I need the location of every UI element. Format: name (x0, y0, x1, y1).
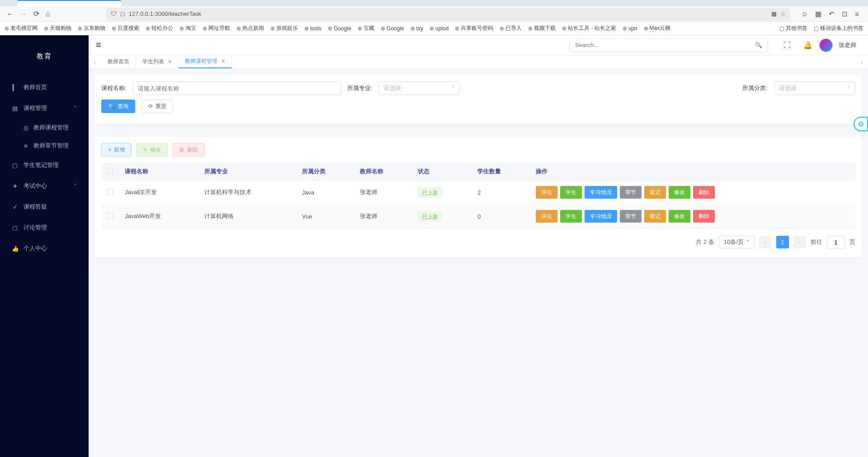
bookmark-item[interactable]: ⊕热点新闻 (236, 24, 264, 32)
bookmark-item[interactable]: ⊕天猫购物 (44, 24, 71, 32)
data-table: 课程名称所属专业所属分类教师名称状态学生数量操作 JavaEE开发计算机科学与技… (101, 163, 855, 228)
bookmark-item[interactable]: ⊕共享账号密码 (455, 24, 493, 32)
bookmark-item[interactable]: ▢其他书签 (779, 24, 807, 32)
globe-icon: ⊕ (455, 25, 459, 32)
checkbox-row[interactable] (107, 213, 113, 219)
goto-page-input[interactable] (827, 236, 845, 248)
browser-active-tab[interactable] (17, 0, 121, 6)
bookmark-item[interactable]: ⊕网址导航 (203, 24, 230, 32)
search-icon[interactable]: 🔍 (755, 42, 762, 48)
action-button-学生[interactable]: 学生 (560, 210, 582, 223)
action-button-章节[interactable]: 章节 (620, 186, 642, 199)
pagination: 共 2 条 10条/页˅ ‹ 1 › 前往 页 (101, 236, 855, 248)
bookmark-item[interactable]: ⊕京东购物 (78, 24, 105, 32)
bookmark-item[interactable]: ⊕Google (328, 25, 351, 32)
edit-button[interactable]: ✎修改 (136, 143, 168, 157)
menu-icon: ▢ (12, 162, 18, 169)
bookmark-item[interactable]: ⊕站长工具 - 站长之家 (562, 24, 616, 32)
action-button-学生[interactable]: 学生 (560, 186, 582, 199)
bookmark-item[interactable]: ⊕Google (381, 25, 404, 32)
tab-scroll-right[interactable]: › (855, 55, 868, 68)
extension-icon[interactable]: ▦ (815, 10, 821, 18)
bell-icon[interactable]: 🔔 (803, 41, 812, 49)
hamburger-icon[interactable]: ≡ (96, 40, 101, 50)
profile-icon[interactable]: ☺ (801, 10, 808, 18)
action-button-笔记[interactable]: 笔记 (644, 210, 666, 223)
bookmark-item[interactable]: ⊕游戏娱乐 (270, 24, 298, 32)
page-size-select[interactable]: 10条/页˅ (719, 236, 755, 248)
action-button-章节[interactable]: 章节 (620, 210, 642, 223)
action-button-修改[interactable]: 修改 (669, 186, 690, 199)
query-button[interactable]: 🔍查询 (101, 100, 135, 113)
prev-page-button[interactable]: ‹ (759, 236, 772, 248)
page-1-button[interactable]: 1 (776, 236, 789, 248)
bookmark-item[interactable]: ⊕宝藏 (358, 24, 374, 32)
filter-name-input[interactable] (133, 81, 341, 95)
close-icon[interactable]: ✕ (168, 59, 172, 65)
sidebar-item[interactable]: ✈考试中心˅ (0, 176, 89, 196)
filter-panel: 课程名称: 所属专业: 请选择˅ 所属分类: 请选择˅ 🔍查询 ⟳重置 (95, 75, 862, 124)
settings-float-button[interactable]: ⚙ (854, 117, 868, 131)
checkbox-row[interactable] (107, 189, 113, 195)
search-box[interactable]: 🔍 (569, 38, 768, 52)
bookmark-item[interactable]: ⊕Max云梯 (644, 24, 671, 32)
home-icon[interactable]: ⌂ (46, 10, 50, 18)
address-bar[interactable]: 🛡 ◻ 127.0.0.1:3000/teacherTask ▦ ☆ (106, 8, 790, 20)
bookmark-item[interactable]: ⊕已导入 (500, 24, 522, 32)
menu-icon[interactable]: ≡ (855, 10, 859, 18)
page-tab[interactable]: 学生列表✕ (136, 55, 179, 68)
add-button[interactable]: +新增 (101, 143, 132, 157)
checkbox-all[interactable] (107, 168, 113, 174)
action-button-笔记[interactable]: 笔记 (644, 186, 666, 199)
qr-icon[interactable]: ▦ (771, 10, 777, 17)
bookmark-item[interactable]: ⊕轻松办公 (146, 24, 173, 32)
reset-button[interactable]: ⟳重置 (142, 100, 173, 113)
star-icon[interactable]: ☆ (780, 10, 786, 17)
action-button-评论[interactable]: 评论 (536, 186, 557, 199)
action-button-删除[interactable]: 删除 (693, 186, 715, 199)
bookmark-item[interactable]: ⊕tools (304, 25, 321, 32)
back-icon[interactable]: ← (6, 10, 14, 18)
action-button-删除[interactable]: 删除 (693, 210, 715, 223)
globe-icon: ⊕ (236, 25, 241, 32)
sidebar-item[interactable]: ≡教师章节管理 (0, 137, 89, 155)
bookmark-item[interactable]: ⊕视频下载 (528, 24, 556, 32)
bookmark-item[interactable]: ⊕uplod (429, 25, 448, 32)
globe-icon: ⊕ (270, 25, 275, 32)
page-tab[interactable]: 教师首页 (101, 55, 136, 68)
next-page-button[interactable]: › (793, 236, 806, 248)
action-button-评论[interactable]: 评论 (536, 210, 557, 223)
filter-category-select[interactable]: 请选择˅ (774, 81, 855, 95)
tab-scroll-left[interactable]: ‹ (89, 55, 101, 68)
sidebar-item[interactable]: ▎教师首页 (0, 77, 89, 98)
bookmark-item[interactable]: ⊕淘宝 (179, 24, 196, 32)
cell-count: 2 (472, 181, 530, 205)
action-button-学习情况[interactable]: 学习情况 (585, 186, 617, 199)
delete-button[interactable]: 🗑删除 (172, 143, 205, 157)
filter-major-select[interactable]: 请选择˅ (378, 81, 460, 95)
bookmark-item[interactable]: ▢移动设备上的书签 (814, 24, 863, 32)
pocket-icon[interactable]: ⊡ (842, 10, 848, 18)
bookmark-item[interactable]: ⊕老毛桃官网 (5, 24, 38, 32)
page-tab[interactable]: 教师课程管理✕ (179, 55, 232, 68)
sidebar-item[interactable]: ▤课程管理˄ (0, 98, 89, 119)
sidebar-item[interactable]: 👍个人中心 (0, 238, 89, 259)
search-input[interactable] (575, 42, 755, 48)
sidebar-item[interactable]: ◎教师课程管理 (0, 119, 89, 137)
sidebar-item[interactable]: ✓课程答疑 (0, 196, 89, 217)
undo-icon[interactable]: ↶ (829, 10, 835, 18)
avatar[interactable] (819, 38, 833, 52)
username-label[interactable]: 张老师 (839, 41, 856, 49)
action-button-修改[interactable]: 修改 (669, 210, 690, 223)
action-button-学习情况[interactable]: 学习情况 (585, 210, 617, 223)
fullscreen-icon[interactable]: ⛶ (783, 41, 791, 49)
sidebar-item[interactable]: ▢讨论管理 (0, 217, 89, 238)
reload-icon[interactable]: ⟳ (33, 10, 39, 18)
bookmark-item[interactable]: ⊕百度搜索 (112, 24, 139, 32)
bookmark-item[interactable]: ⊕vpn (623, 25, 637, 32)
forward-icon[interactable]: → (20, 10, 27, 18)
sidebar-item[interactable]: ▢学生笔记管理 (0, 155, 89, 176)
bookmark-item[interactable]: ⊕txy (410, 25, 423, 32)
folder-icon: ▢ (814, 25, 819, 32)
close-icon[interactable]: ✕ (221, 58, 225, 64)
